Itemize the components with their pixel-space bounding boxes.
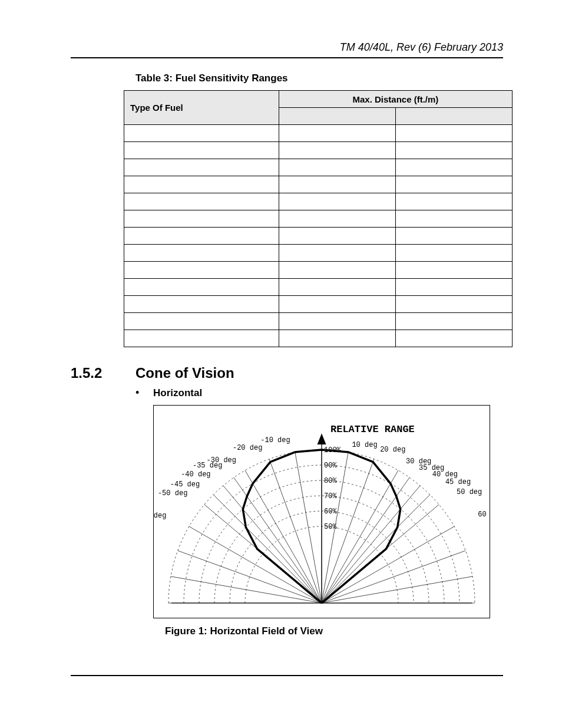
- section-title: Cone of Vision: [135, 365, 234, 381]
- figure1-frame: RELATIVE RANGE100%90%80%70%60%50%-10 deg…: [153, 405, 490, 618]
- svg-text:20 deg: 20 deg: [380, 446, 405, 454]
- svg-text:-60 deg: -60 deg: [154, 512, 166, 520]
- table-row: [124, 330, 513, 347]
- bullet-label: Horizontal: [153, 387, 202, 399]
- svg-line-19: [322, 486, 420, 603]
- figure1-caption: Figure 1: Horizontal Field of View: [165, 625, 489, 637]
- svg-text:40 deg: 40 deg: [432, 470, 458, 479]
- svg-text:45 deg: 45 deg: [445, 478, 471, 486]
- table-row: [124, 245, 513, 262]
- svg-text:50%: 50%: [324, 523, 337, 531]
- table-row: [124, 176, 513, 193]
- table-row: [124, 279, 513, 296]
- table-row: [124, 262, 513, 279]
- section-number: 1.5.2: [71, 365, 135, 381]
- table-row: [124, 159, 513, 176]
- bullet-icon: •: [135, 387, 153, 398]
- table-row: [124, 313, 513, 330]
- svg-text:-10 deg: -10 deg: [260, 436, 290, 444]
- svg-text:70%: 70%: [324, 492, 337, 500]
- svg-text:-50 deg: -50 deg: [158, 489, 187, 498]
- svg-text:60 deg: 60 deg: [478, 510, 490, 519]
- svg-text:-40 deg: -40 deg: [181, 470, 210, 479]
- table3-caption: Table 3: Fuel Sensitivity Ranges: [135, 73, 503, 84]
- svg-text:-20 deg: -20 deg: [233, 444, 262, 452]
- svg-text:80%: 80%: [324, 477, 337, 485]
- svg-text:10 deg: 10 deg: [352, 441, 377, 449]
- table-row: [124, 193, 513, 210]
- table-row: [124, 125, 513, 142]
- table-row: [124, 296, 513, 313]
- svg-marker-2: [318, 435, 325, 444]
- running-header: TM 40/40L, Rev (6) February 2013: [71, 41, 503, 54]
- table-row: [124, 228, 513, 245]
- table3-sub-b: [395, 108, 512, 125]
- table-row: [124, 142, 513, 159]
- figure1-polar-chart: RELATIVE RANGE100%90%80%70%60%50%-10 deg…: [154, 406, 490, 618]
- svg-text:90%: 90%: [324, 462, 337, 470]
- footer-rule: [71, 675, 503, 676]
- svg-text:100%: 100%: [324, 446, 342, 454]
- svg-text:-35 deg: -35 deg: [193, 462, 222, 470]
- svg-text:RELATIVE RANGE: RELATIVE RANGE: [330, 424, 415, 435]
- table-row: [124, 210, 513, 228]
- table3: Type Of Fuel Max. Distance (ft./m): [124, 90, 513, 347]
- svg-line-9: [223, 486, 322, 603]
- svg-text:-45 deg: -45 deg: [170, 480, 200, 489]
- svg-line-5: [178, 551, 322, 603]
- svg-text:60%: 60%: [324, 508, 337, 516]
- table3-col-dist: Max. Distance (ft./m): [279, 91, 512, 108]
- table3-col-fuel: Type Of Fuel: [124, 91, 279, 125]
- header-rule: [71, 57, 503, 58]
- table3-sub-a: [279, 108, 395, 125]
- svg-text:50 deg: 50 deg: [457, 488, 482, 496]
